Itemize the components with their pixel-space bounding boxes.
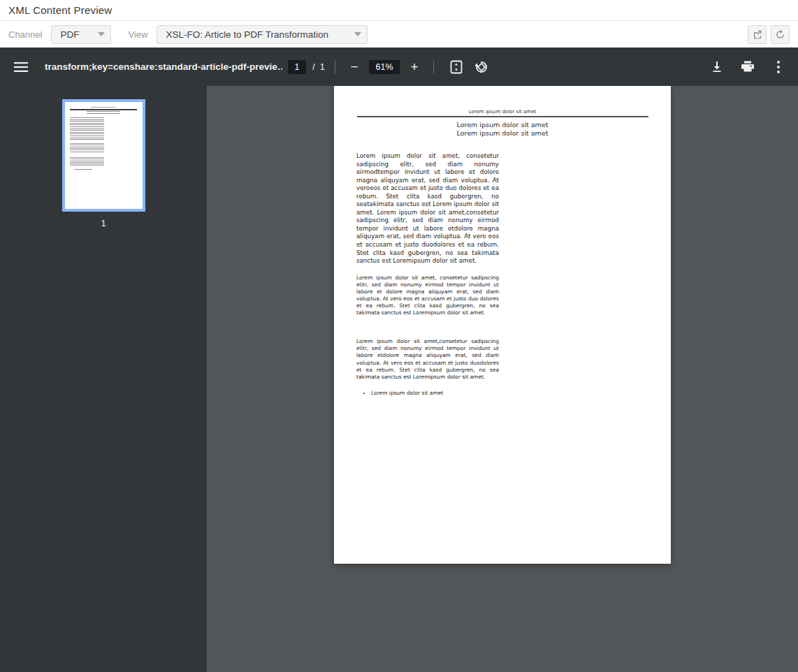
view-label: View xyxy=(128,29,147,40)
channel-label: Channel xyxy=(8,29,42,40)
titlebar: XML Content Preview xyxy=(0,0,798,21)
refresh-button[interactable] xyxy=(771,25,790,44)
pdf-viewer-body: 1 Lorem ipsum dolor sit amet Lorem ipsum… xyxy=(0,86,798,672)
pdf-toolbar: transform;key=censhare:standard-article-… xyxy=(0,48,798,86)
more-options-button[interactable] xyxy=(766,54,791,80)
fit-page-icon xyxy=(449,60,463,74)
page-count: / 1 xyxy=(312,61,325,72)
print-icon xyxy=(741,61,754,73)
hamburger-icon xyxy=(14,62,28,72)
view-select[interactable]: XSL-FO: Article to PDF Transformation xyxy=(157,25,368,44)
print-button[interactable] xyxy=(735,54,760,80)
document-paragraph: Lorem ipsum dolor sit amet, consetetur s… xyxy=(356,152,499,265)
thumbnail-mini-header xyxy=(91,107,116,108)
toolbar-divider xyxy=(335,61,335,73)
document-filename: transform;key=censhare:standard-article-… xyxy=(45,61,282,72)
document-paragraph: Lorem ipsum dolor sit amet, consetetur s… xyxy=(356,275,499,317)
document-header-rule xyxy=(357,116,648,117)
refresh-icon xyxy=(775,29,785,40)
thumbnail-mini-rule xyxy=(70,109,136,110)
zoom-out-button[interactable]: − xyxy=(345,58,363,76)
open-external-button[interactable] xyxy=(748,25,767,44)
view-select-value: XSL-FO: Article to PDF Transformation xyxy=(166,29,328,40)
document-running-header: Lorem ipsum dolor sit amet xyxy=(334,109,671,115)
document-scroll-area[interactable]: Lorem ipsum dolor sit amet Lorem ipsum d… xyxy=(207,86,798,672)
download-button[interactable] xyxy=(704,54,730,80)
toolbar-divider xyxy=(433,61,434,73)
toolbar-left: transform;key=censhare:standard-article-… xyxy=(0,54,282,80)
thumbnail-mini-title xyxy=(87,111,121,115)
fit-page-button[interactable] xyxy=(444,54,469,80)
chevron-down-icon xyxy=(354,32,361,36)
zoom-in-button[interactable]: + xyxy=(405,58,423,76)
rotate-icon xyxy=(474,59,489,75)
channel-select[interactable]: PDF xyxy=(51,25,111,44)
download-icon xyxy=(711,61,723,73)
document-bullet-item: Lorem ipsum dolor sit amet xyxy=(371,390,499,397)
page-number-input[interactable] xyxy=(288,60,306,74)
thumbnail-page-preview xyxy=(65,102,143,209)
channel-select-value: PDF xyxy=(60,29,79,40)
channel-bar: Channel PDF View XSL-FO: Article to PDF … xyxy=(0,21,798,48)
menu-button[interactable] xyxy=(8,54,34,80)
toolbar-right xyxy=(699,54,798,80)
page-thumbnail[interactable] xyxy=(62,99,145,212)
vertical-ellipsis-icon xyxy=(777,61,780,73)
document-bullet-list: Lorem ipsum dolor sit amet xyxy=(371,390,499,397)
page-title: XML Content Preview xyxy=(8,4,112,16)
toolbar-center: / 1 − 61% + xyxy=(288,48,494,86)
thumbnail-mini-bullet xyxy=(74,169,93,170)
thumbnail-sidebar: 1 xyxy=(0,86,207,672)
thumbnail-mini-paragraph xyxy=(70,143,104,152)
chevron-down-icon xyxy=(98,32,105,36)
thumbnail-page-number: 1 xyxy=(101,218,106,228)
open-external-icon xyxy=(753,29,762,39)
document-paragraph: Lorem ipsum dolor sit amet,consetetur sa… xyxy=(356,338,499,381)
thumbnail-mini-paragraph xyxy=(70,117,104,141)
zoom-level: 61% xyxy=(369,60,400,74)
pdf-page: Lorem ipsum dolor sit amet Lorem ipsum d… xyxy=(334,86,671,564)
document-text-column: Lorem ipsum dolor sit amet, consetetur s… xyxy=(356,152,499,397)
document-title-line: Lorem ipsum dolor sit amet xyxy=(334,129,671,138)
document-title-line: Lorem ipsum dolor sit amet xyxy=(334,121,671,129)
thumbnail-mini-paragraph xyxy=(70,157,104,166)
rotate-button[interactable] xyxy=(469,54,494,80)
xml-content-preview-window: XML Content Preview Channel PDF View XSL… xyxy=(0,0,798,672)
